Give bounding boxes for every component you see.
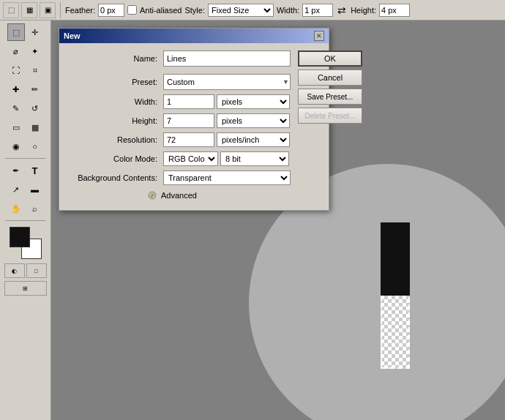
- resolution-field[interactable]: [163, 132, 214, 147]
- advanced-label[interactable]: Advanced: [161, 191, 197, 200]
- tool-row-9: ↗ ▬: [7, 181, 44, 198]
- width-field[interactable]: [163, 94, 214, 109]
- save-preset-button[interactable]: Save Preset...: [298, 89, 362, 105]
- height-row: Height: pixels inches cm: [68, 113, 291, 128]
- tool-slice[interactable]: ⌗: [26, 61, 44, 79]
- toolbar-marquee-rect[interactable]: ⬚: [3, 2, 19, 18]
- width-label: Width:: [68, 97, 163, 106]
- tool-zoom[interactable]: ⌕: [26, 200, 44, 217]
- tool-divider-2: [5, 220, 46, 221]
- style-select[interactable]: Fixed Size Normal Fixed Ratio: [208, 4, 274, 17]
- bg-contents-label: Background Contents:: [68, 173, 163, 182]
- name-input[interactable]: [163, 50, 291, 67]
- height-unit-select[interactable]: pixels inches cm: [217, 113, 290, 128]
- standard-mode[interactable]: □: [26, 263, 47, 278]
- tool-magic-wand[interactable]: ✦: [26, 42, 44, 60]
- bg-contents-row: Background Contents: Transparent White B…: [68, 170, 291, 185]
- tool-dodge[interactable]: ○: [26, 138, 44, 155]
- tool-hand[interactable]: ✋: [7, 200, 25, 217]
- top-toolbar: ⬚ ▦ ▣ Feather: Anti-aliased Style: Fixed…: [0, 0, 505, 20]
- tool-row-5: ✎ ↺: [7, 100, 44, 117]
- width-row: Width: pixels inches cm: [68, 94, 291, 109]
- preset-select[interactable]: Custom Default Photoshop Size US Paper: [163, 74, 291, 90]
- bit-depth-select[interactable]: 8 bit 16 bit 32 bit: [220, 151, 289, 166]
- resolution-row: Resolution: pixels/inch pixels/cm: [68, 132, 291, 147]
- preview-black-area: [381, 222, 410, 296]
- cancel-button[interactable]: Cancel: [298, 70, 362, 86]
- dialog-buttons: OK Cancel Save Preset... Delete Preset..…: [298, 50, 362, 201]
- preset-row: Preset: Custom Default Photoshop Size US…: [68, 74, 291, 90]
- tool-eraser[interactable]: ▭: [7, 119, 25, 136]
- left-sidebar: ⬚ ✛ ⌀ ✦ ⛶ ⌗ ✚ ✏ ✎ ↺ ▭ ▦ ◉ ○ ✒ T ↗ ▬ ✋ ⌕: [0, 20, 51, 420]
- preview-transparent-area: [381, 296, 410, 369]
- tool-row-1: ⬚ ✛: [7, 23, 44, 41]
- tool-row-2: ⌀ ✦: [7, 42, 44, 60]
- foreground-color-swatch[interactable]: [10, 227, 30, 247]
- tool-lasso[interactable]: ⌀: [7, 42, 25, 60]
- tool-text[interactable]: T: [26, 162, 44, 179]
- tool-row-3: ⛶ ⌗: [7, 61, 44, 79]
- quick-mask-mode[interactable]: ◐: [4, 263, 25, 278]
- toolbar-marquee-group: ⬚ ▦ ▣: [3, 2, 61, 18]
- advanced-toggle-icon[interactable]: ✓: [146, 190, 158, 201]
- preset-label: Preset:: [68, 78, 163, 86]
- resolution-unit-select[interactable]: pixels/inch pixels/cm: [217, 132, 290, 147]
- tool-row-4: ✚ ✏: [7, 80, 44, 98]
- toolbar-marquee-options[interactable]: ▦: [21, 2, 37, 18]
- height-label: Height:: [68, 116, 163, 125]
- screen-mode-btn[interactable]: ⊞: [4, 281, 47, 296]
- tool-row-10: ✋ ⌕: [7, 200, 44, 217]
- width-unit-select[interactable]: pixels inches cm: [217, 94, 290, 109]
- tool-row-8: ✒ T: [7, 162, 44, 179]
- color-mode-label: Color Mode:: [68, 154, 163, 163]
- height-field[interactable]: [163, 113, 214, 128]
- feather-input[interactable]: [98, 4, 124, 17]
- tool-move[interactable]: ✛: [26, 23, 44, 41]
- height-label: Height:: [351, 6, 376, 15]
- tool-clone[interactable]: ✎: [7, 100, 25, 117]
- toolbar-marquee-options2[interactable]: ▣: [40, 2, 56, 18]
- dialog-form: Name: Preset: Custom Default Photoshop S…: [68, 50, 291, 201]
- tool-history[interactable]: ↺: [26, 100, 44, 117]
- style-label: Style:: [184, 6, 205, 15]
- main-area: New ✕ Name: Preset: Custom Default Photo…: [51, 20, 505, 420]
- advanced-row[interactable]: ✓ Advanced: [146, 190, 291, 201]
- name-row: Name:: [68, 50, 291, 67]
- tool-path-select[interactable]: ↗: [7, 181, 25, 198]
- preset-select-wrap: Custom Default Photoshop Size US Paper ▼: [163, 74, 291, 90]
- tool-shape[interactable]: ▬: [26, 181, 44, 198]
- color-swatch-area: [10, 227, 42, 259]
- feather-label: Feather:: [65, 6, 95, 15]
- svg-text:✓: ✓: [150, 192, 155, 199]
- new-document-dialog: New ✕ Name: Preset: Custom Default Photo…: [59, 28, 329, 211]
- ok-button[interactable]: OK: [298, 50, 362, 67]
- anti-aliased-checkbox[interactable]: [127, 5, 137, 15]
- tool-gradient[interactable]: ▦: [26, 119, 44, 136]
- tool-pen[interactable]: ✒: [7, 162, 25, 179]
- tool-marquee-rect[interactable]: ⬚: [7, 23, 25, 41]
- color-mode-row: Color Mode: RGB Color Grayscale CMYK Col…: [68, 151, 291, 166]
- delete-preset-button[interactable]: Delete Preset...: [298, 108, 362, 124]
- tool-blur[interactable]: ◉: [7, 138, 25, 155]
- bg-contents-select[interactable]: Transparent White Background Color: [163, 170, 291, 185]
- swap-icon[interactable]: ⇄: [336, 4, 348, 16]
- mode-icons: ◐ □: [4, 263, 47, 278]
- tool-brush[interactable]: ✏: [26, 80, 44, 98]
- dialog-close-button[interactable]: ✕: [314, 31, 324, 41]
- width-input[interactable]: [302, 4, 333, 17]
- tool-healing[interactable]: ✚: [7, 80, 25, 98]
- tool-crop[interactable]: ⛶: [7, 61, 25, 79]
- width-label: Width:: [277, 6, 299, 15]
- anti-aliased-label: Anti-aliased: [140, 6, 182, 15]
- tool-divider-1: [5, 158, 46, 159]
- tool-row-7: ◉ ○: [7, 138, 44, 155]
- height-input[interactable]: [379, 4, 410, 17]
- dialog-titlebar[interactable]: New ✕: [59, 29, 329, 43]
- resolution-label: Resolution:: [68, 135, 163, 144]
- dialog-body: Name: Preset: Custom Default Photoshop S…: [59, 43, 329, 210]
- tool-row-6: ▭ ▦: [7, 119, 44, 136]
- sidebar-bottom: ⊞: [4, 281, 47, 296]
- preview-canvas: [381, 222, 410, 369]
- dialog-title: New: [64, 31, 81, 40]
- color-mode-select[interactable]: RGB Color Grayscale CMYK Color: [163, 151, 218, 166]
